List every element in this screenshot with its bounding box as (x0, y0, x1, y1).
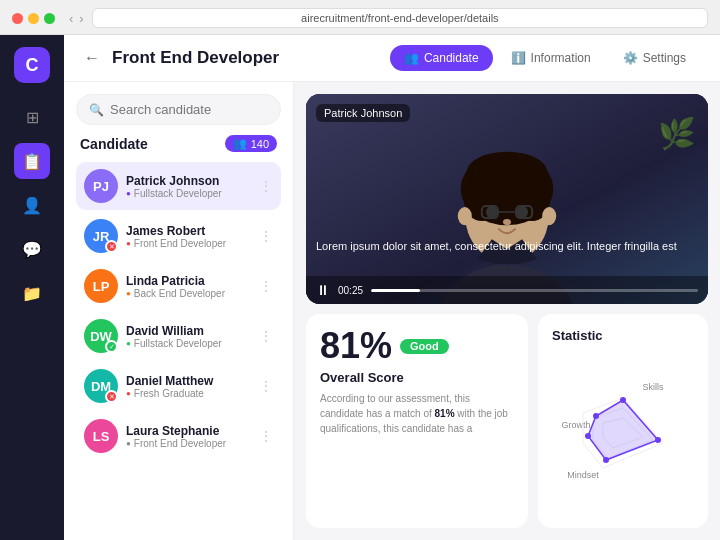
back-nav-icon[interactable]: ‹ (69, 11, 73, 26)
svg-point-10 (542, 207, 556, 225)
more-button[interactable]: ⋮ (259, 328, 273, 344)
avatar-wrap: JR ✕ (84, 219, 118, 253)
list-item[interactable]: LS Laura Stephanie ● Front End Developer… (76, 412, 281, 460)
sidebar-item-person[interactable]: 👤 (14, 187, 50, 223)
avatar: LS (84, 419, 118, 453)
avatar-wrap: DW ✓ (84, 319, 118, 353)
tab-candidate[interactable]: 👥 Candidate (390, 45, 493, 71)
maximize-button[interactable] (44, 13, 55, 24)
content-area: 🔍 Candidate 👥 140 PJ (64, 82, 720, 540)
candidate-info: Patrick Johnson ● Fullstack Developer (126, 174, 251, 199)
search-box[interactable]: 🔍 (76, 94, 281, 125)
list-item[interactable]: JR ✕ James Robert ● Front End Developer … (76, 212, 281, 260)
address-bar[interactable]: airecruitment/front-end-developer/detail… (92, 8, 708, 28)
status-badge: ✓ (105, 340, 118, 353)
svg-marker-23 (588, 400, 658, 460)
candidate-role: ● Front End Developer (126, 438, 251, 449)
back-button[interactable]: ← (84, 49, 100, 67)
tab-information[interactable]: ℹ️ Information (497, 45, 605, 71)
info-tab-label: Information (531, 51, 591, 65)
candidate-role: ● Fullstack Developer (126, 188, 251, 199)
svg-text:Growth: Growth (561, 420, 590, 430)
avatar: LP (84, 269, 118, 303)
svg-point-8 (467, 152, 547, 192)
candidate-info: Linda Patricia ● Back End Developer (126, 274, 251, 299)
candidate-info: James Robert ● Front End Developer (126, 224, 251, 249)
left-panel: 🔍 Candidate 👥 140 PJ (64, 82, 294, 540)
list-item[interactable]: LP Linda Patricia ● Back End Developer ⋮ (76, 262, 281, 310)
radar-chart: Skills Growth Mindset (552, 351, 694, 514)
bottom-row: 81% Good Overall Score According to our … (306, 314, 708, 528)
pause-button[interactable]: ⏸ (316, 282, 330, 298)
more-button[interactable]: ⋮ (259, 428, 273, 444)
svg-point-9 (458, 207, 472, 225)
browser-chrome: ‹ › airecruitment/front-end-developer/de… (0, 0, 720, 35)
video-background: 🌿 (306, 94, 708, 304)
settings-tab-label: Settings (643, 51, 686, 65)
svg-point-16 (503, 219, 511, 225)
forward-nav-icon[interactable]: › (79, 11, 83, 26)
svg-point-28 (593, 413, 599, 419)
minimize-button[interactable] (28, 13, 39, 24)
list-item[interactable]: DW ✓ David William ● Fullstack Developer… (76, 312, 281, 360)
avatar-wrap: LP (84, 269, 118, 303)
page-title: Front End Developer (112, 48, 378, 68)
score-description: According to our assessment, this candid… (320, 391, 514, 436)
video-candidate-name: Patrick Johnson (316, 104, 410, 122)
close-button[interactable] (12, 13, 23, 24)
avatar: PJ (84, 169, 118, 203)
candidate-role: ● Front End Developer (126, 238, 251, 249)
main-content: ← Front End Developer 👥 Candidate ℹ️ Inf… (64, 35, 720, 540)
count-badge: 👥 140 (225, 135, 277, 152)
candidate-role: ● Fresh Graduate (126, 388, 251, 399)
svg-point-27 (585, 433, 591, 439)
sidebar-item-clipboard[interactable]: 📋 (14, 143, 50, 179)
candidate-role: ● Back End Developer (126, 288, 251, 299)
progress-bar[interactable] (371, 289, 698, 292)
video-caption: Lorem ipsum dolor sit amet, consectetur … (316, 238, 698, 255)
svg-text:Mindset: Mindset (567, 470, 599, 480)
traffic-lights (12, 13, 55, 24)
time-display: 00:25 (338, 285, 363, 296)
avatar-wrap: LS (84, 419, 118, 453)
search-input[interactable] (110, 102, 268, 117)
svg-text:Skills: Skills (642, 382, 664, 392)
video-controls: ⏸ 00:25 (306, 276, 708, 304)
svg-point-12 (516, 206, 528, 218)
nav-tabs: 👥 Candidate ℹ️ Information ⚙️ Settings (390, 45, 700, 71)
count-badge-icon: 👥 (233, 137, 247, 150)
progress-fill (371, 289, 420, 292)
settings-tab-icon: ⚙️ (623, 51, 638, 65)
candidate-name: James Robert (126, 224, 251, 238)
list-item[interactable]: PJ Patrick Johnson ● Fullstack Developer… (76, 162, 281, 210)
candidate-name: Linda Patricia (126, 274, 251, 288)
count-badge-number: 140 (251, 138, 269, 150)
more-button[interactable]: ⋮ (259, 178, 273, 194)
more-button[interactable]: ⋮ (259, 378, 273, 394)
candidate-name: Patrick Johnson (126, 174, 251, 188)
sidebar-item-grid[interactable]: ⊞ (14, 99, 50, 135)
candidate-info: David William ● Fullstack Developer (126, 324, 251, 349)
statistic-title: Statistic (552, 328, 694, 343)
sidebar-logo: C (14, 47, 50, 83)
list-item[interactable]: DM ✕ Daniel Matthew ● Fresh Graduate ⋮ (76, 362, 281, 410)
more-button[interactable]: ⋮ (259, 278, 273, 294)
candidate-list: PJ Patrick Johnson ● Fullstack Developer… (76, 162, 281, 460)
sidebar-item-folder[interactable]: 📁 (14, 275, 50, 311)
candidate-name: Daniel Matthew (126, 374, 251, 388)
tab-settings[interactable]: ⚙️ Settings (609, 45, 700, 71)
score-card: 81% Good Overall Score According to our … (306, 314, 528, 528)
candidate-name: David William (126, 324, 251, 338)
more-button[interactable]: ⋮ (259, 228, 273, 244)
search-icon: 🔍 (89, 103, 104, 117)
svg-point-25 (655, 437, 661, 443)
section-header: Candidate 👥 140 (76, 135, 281, 152)
svg-point-26 (603, 457, 609, 463)
score-number: 81% Good (320, 328, 514, 364)
sidebar-item-message[interactable]: 💬 (14, 231, 50, 267)
svg-text:🌿: 🌿 (658, 116, 696, 152)
app: C ⊞ 📋 👤 💬 📁 ← Front End Developer 👥 Cand… (0, 35, 720, 540)
video-container: 🌿 (306, 94, 708, 304)
candidate-info: Daniel Matthew ● Fresh Graduate (126, 374, 251, 399)
svg-point-11 (486, 206, 498, 218)
